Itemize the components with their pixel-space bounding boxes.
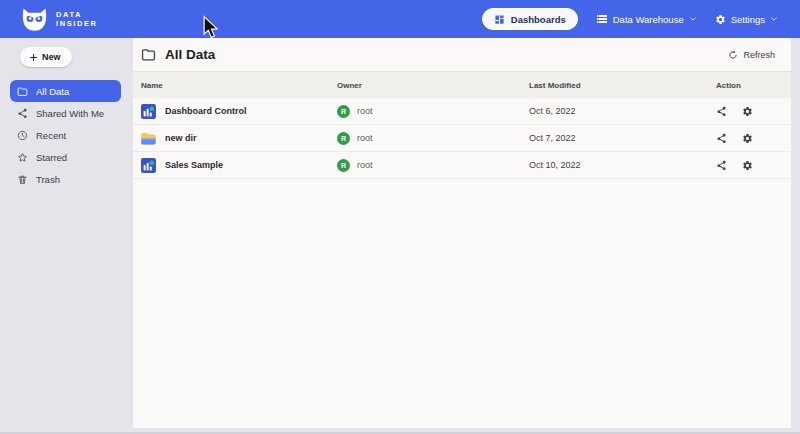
owner-avatar: R: [337, 132, 350, 145]
file-name: new dir: [165, 133, 197, 143]
sidebar-item-trash[interactable]: Trash: [10, 168, 121, 190]
last-modified-date: Oct 6, 2022: [529, 106, 711, 116]
app-window: DATA INSIDER Dashboards Data W: [0, 0, 800, 434]
sidebar-item-label: Shared With Me: [36, 108, 104, 119]
sidebar-item-label: Starred: [36, 152, 67, 163]
sidebar-item-shared-with-me[interactable]: Shared With Me: [10, 102, 121, 124]
owner-name: root: [357, 133, 373, 143]
owner-name: root: [357, 160, 373, 170]
folder-icon: [17, 86, 28, 97]
dashboard-grid-icon: [494, 14, 505, 25]
brand-line2: INSIDER: [56, 19, 98, 28]
table-body: Dashboard Control R root Oct 6, 2022 new…: [133, 98, 791, 179]
gear-icon[interactable]: [742, 160, 753, 171]
share-icon: [17, 108, 28, 119]
refresh-button[interactable]: Refresh: [728, 50, 775, 60]
brand[interactable]: DATA INSIDER: [22, 8, 98, 31]
share-icon[interactable]: [716, 106, 727, 117]
sidebar-item-recent[interactable]: Recent: [10, 124, 121, 146]
dashboard-file-icon: [141, 104, 156, 118]
page-title: All Data: [165, 47, 215, 62]
chevron-down-icon: [770, 15, 778, 23]
column-header-last-modified[interactable]: Last Modified: [529, 81, 711, 90]
sidebar-item-label: Trash: [36, 174, 60, 185]
sidebar-item-starred[interactable]: Starred: [10, 146, 121, 168]
new-button-label: New: [42, 52, 61, 62]
share-icon[interactable]: [716, 160, 727, 171]
share-icon[interactable]: [716, 133, 727, 144]
file-name: Dashboard Control: [165, 106, 247, 116]
content-header: All Data Refresh: [133, 38, 791, 72]
content-panel: All Data Refresh Name Owner Last Modifie…: [133, 38, 791, 428]
table-row[interactable]: Sales Sample R root Oct 10, 2022: [133, 152, 791, 179]
sidebar-nav: All Data Shared With Me Recent Starred T…: [0, 80, 125, 190]
column-header-action: Action: [711, 81, 783, 90]
data-warehouse-label: Data Warehouse: [613, 14, 684, 25]
brand-text: DATA INSIDER: [56, 10, 98, 29]
chevron-down-icon: [689, 15, 697, 23]
owner-avatar: R: [337, 105, 350, 118]
last-modified-date: Oct 7, 2022: [529, 133, 711, 143]
settings-label: Settings: [731, 14, 765, 25]
navbar-menu: Dashboards Data Warehouse Settings: [482, 8, 778, 30]
data-warehouse-menu[interactable]: Data Warehouse: [596, 13, 697, 25]
owner-name: root: [357, 106, 373, 116]
refresh-icon: [728, 50, 738, 60]
sidebar-item-label: Recent: [36, 130, 66, 141]
owner-avatar: R: [337, 159, 350, 172]
table-row[interactable]: Dashboard Control R root Oct 6, 2022: [133, 98, 791, 125]
folder-file-icon: [141, 131, 156, 145]
database-icon: [596, 13, 608, 25]
sidebar-item-label: All Data: [36, 86, 69, 97]
dashboard-file-icon: [141, 158, 156, 172]
top-navbar: DATA INSIDER Dashboards Data W: [0, 0, 800, 38]
file-name: Sales Sample: [165, 160, 223, 170]
owl-logo-icon: [22, 8, 47, 31]
refresh-label: Refresh: [743, 50, 775, 60]
last-modified-date: Oct 10, 2022: [529, 160, 711, 170]
clock-icon: [17, 130, 28, 141]
column-header-owner[interactable]: Owner: [337, 81, 529, 90]
plus-icon: [29, 53, 38, 62]
table-header: Name Owner Last Modified Action: [133, 72, 791, 98]
column-header-name[interactable]: Name: [141, 81, 337, 90]
dashboards-label: Dashboards: [511, 14, 566, 25]
folder-icon: [141, 47, 156, 62]
new-button[interactable]: New: [20, 47, 72, 67]
gear-icon: [715, 14, 726, 25]
table-row[interactable]: new dir R root Oct 7, 2022: [133, 125, 791, 152]
sidebar-item-all-data[interactable]: All Data: [10, 80, 121, 102]
trash-icon: [17, 174, 28, 185]
gear-icon[interactable]: [742, 106, 753, 117]
gear-icon[interactable]: [742, 133, 753, 144]
sidebar: New All Data Shared With Me Recent Sta: [0, 38, 125, 434]
brand-line1: DATA: [56, 10, 98, 19]
settings-menu[interactable]: Settings: [715, 14, 778, 25]
star-icon: [17, 152, 28, 163]
dashboards-button[interactable]: Dashboards: [482, 8, 578, 30]
